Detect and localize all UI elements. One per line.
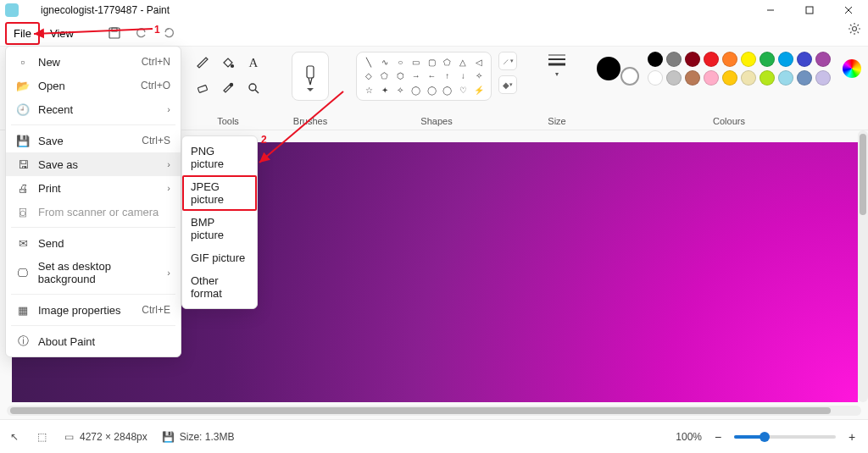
annotation-arrow: [0, 0, 868, 453]
svg-line-17: [259, 91, 343, 163]
annotation-2: 2: [261, 134, 267, 146]
annotation-1: 1: [154, 24, 160, 36]
svg-line-16: [34, 29, 153, 34]
